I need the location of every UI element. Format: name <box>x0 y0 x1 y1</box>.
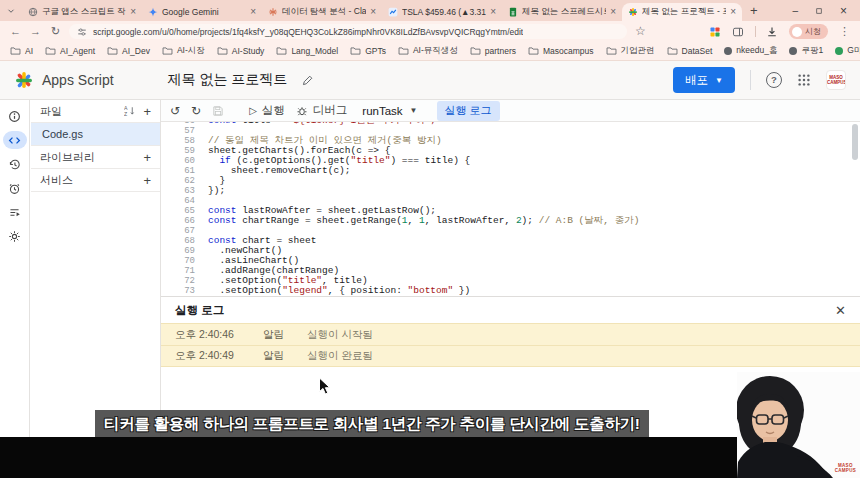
help-icon[interactable]: ? <box>766 72 782 88</box>
settings-icon[interactable] <box>3 227 27 245</box>
bookmark-item[interactable]: Masocampus <box>528 46 594 56</box>
triggers-icon[interactable] <box>3 179 27 197</box>
code-line: 62 } <box>161 176 860 186</box>
bookmark-item[interactable]: partners <box>470 46 516 56</box>
executions-icon[interactable] <box>3 203 27 221</box>
deploy-button[interactable]: 배포 ▼ <box>673 67 735 93</box>
function-name: runTask <box>362 105 402 117</box>
log-time: 오후 2:40:49 <box>175 349 263 363</box>
download-icon[interactable] <box>766 26 779 38</box>
sort-az-icon[interactable]: AZ <box>124 105 136 117</box>
browser-tab[interactable]: 구글 앱스 스크립트 작성× <box>22 3 142 21</box>
folder-icon <box>398 46 409 56</box>
tab-label: 제목 없는 스프레드시트 <box>522 6 606 18</box>
line-number: 59 <box>161 146 208 156</box>
bookmark-item[interactable]: AI-Study <box>217 46 265 56</box>
bookmark-item[interactable]: Lang_Model <box>276 46 338 56</box>
code-line: 73 .setOption("legend", { position: "bot… <box>161 286 860 296</box>
browser-tab[interactable]: 데이터 탐색 분석 - Claud× <box>262 3 382 21</box>
header-actions: 배포 ▼ ? MASO CAMPUS <box>673 67 846 93</box>
project-history-icon[interactable] <box>3 155 27 173</box>
bookmark-item[interactable]: AI <box>10 46 33 56</box>
folder-icon <box>10 46 21 56</box>
folder-icon <box>528 46 539 56</box>
tab-close-icon[interactable]: × <box>610 7 616 17</box>
url-text: script.google.com/u/0/home/projects/1fq4… <box>93 27 523 37</box>
add-service-button[interactable]: + <box>143 174 151 187</box>
maso-campus-watermark: MASO CAMPUS <box>835 463 856 473</box>
close-icon[interactable]: × <box>840 6 847 16</box>
edit-title-icon[interactable] <box>301 74 314 87</box>
line-number: 61 <box>161 166 208 176</box>
bookmark-item[interactable]: G마켓 <box>835 45 860 57</box>
bookmark-item[interactable]: AI_Agent <box>45 46 95 56</box>
close-log-icon[interactable]: ✕ <box>835 304 846 317</box>
tab-close-icon[interactable]: × <box>490 7 496 17</box>
bookmark-item[interactable]: 쿠팡1 <box>789 45 823 57</box>
side-panel-icon[interactable] <box>732 26 745 38</box>
tab-close-icon[interactable]: × <box>130 7 136 17</box>
code-editor[interactable]: 56const title = `${ticker} 1년간 주가 추이`;57… <box>161 122 860 296</box>
folder-icon <box>470 46 481 56</box>
deploy-label: 배포 <box>685 73 708 88</box>
browser-tab[interactable]: 제목 없는 프로젝트 - 프로× <box>622 3 742 21</box>
browser-navbar: ← → ↻ script.google.com/u/0/home/project… <box>0 21 860 42</box>
browser-tab[interactable]: 제목 없는 스프레드시트× <box>502 3 622 21</box>
services-section[interactable]: 서비스 + <box>31 169 160 192</box>
bookmark-item[interactable]: GPTs <box>350 46 386 56</box>
bookmark-item[interactable]: AI-뮤직생성 <box>398 45 458 57</box>
line-number: 62 <box>161 176 208 186</box>
code-line: 66const chartRange = sheet.getRange(1, 1… <box>161 216 860 226</box>
add-library-button[interactable]: + <box>143 151 151 164</box>
debug-button[interactable]: 디버그 <box>296 103 348 118</box>
tab-label: 데이터 탐색 분석 - Claud <box>282 6 366 18</box>
bookmark-item[interactable]: AI-시장 <box>162 45 205 57</box>
line-number: 70 <box>161 256 208 266</box>
apps-grid-icon[interactable] <box>797 73 811 87</box>
bookmark-item[interactable]: nkeedu_홈 <box>724 45 777 57</box>
project-title[interactable]: 제목 없는 프로젝트 <box>168 71 288 89</box>
file-item-codegs[interactable]: Code.gs <box>31 123 160 146</box>
left-icon-rail <box>0 100 30 437</box>
back-icon[interactable]: ← <box>9 25 22 38</box>
profile-chip[interactable]: 시청 <box>789 24 828 39</box>
tab-close-icon[interactable]: × <box>250 7 256 17</box>
execution-log-toggle[interactable]: 실행 로그 <box>437 101 500 121</box>
overview-icon[interactable] <box>3 107 27 125</box>
bookmark-label: 쿠팡1 <box>801 45 823 57</box>
save-icon[interactable] <box>212 105 224 117</box>
add-file-button[interactable]: + <box>143 105 151 118</box>
bookmark-item[interactable]: 기업관련 <box>606 45 655 57</box>
browser-tab[interactable]: Google Gemini× <box>142 3 262 21</box>
address-bar[interactable]: script.google.com/u/0/home/projects/1fq4… <box>69 24 627 39</box>
kebab-menu-icon[interactable]: ⋮ <box>838 25 851 38</box>
tab-close-icon[interactable]: × <box>370 7 376 17</box>
function-selector[interactable]: runTask ▼ <box>362 105 417 117</box>
log-row: 오후 2:40:46알림실행이 시작됨 <box>161 323 860 345</box>
run-button[interactable]: ▷ 실행 <box>249 103 285 118</box>
account-avatar[interactable]: MASO CAMPUS <box>826 70 846 90</box>
minimize-icon[interactable]: – <box>792 6 798 16</box>
editor-scrollbar[interactable] <box>852 124 858 160</box>
log-title: 실행 로그 <box>175 303 224 318</box>
redo-icon[interactable]: ↻ <box>191 105 201 117</box>
editor-icon[interactable] <box>3 131 27 149</box>
extensions-icon[interactable] <box>709 26 722 38</box>
log-message: 실행이 완료됨 <box>307 349 373 363</box>
maximize-icon[interactable] <box>815 7 823 15</box>
undo-icon[interactable]: ↺ <box>170 105 180 117</box>
bookmark-item[interactable]: DataSet <box>667 46 713 56</box>
bookmark-item[interactable]: AI_Dev <box>107 46 150 56</box>
browser-tab[interactable]: TSLA $459.46 (▲3.31%)× <box>382 3 502 21</box>
site-favicon <box>789 47 797 55</box>
tab-close-icon[interactable]: × <box>730 7 736 17</box>
tab-search-icon[interactable] <box>0 2 22 20</box>
editor-toolbar: ↺ ↻ ▷ 실행 디버그 runTask ▼ 실행 로그 <box>161 100 860 122</box>
apps-script-header: Apps Script 제목 없는 프로젝트 배포 ▼ ? MASO CAMPU… <box>0 61 860 100</box>
libraries-section[interactable]: 라이브러리 + <box>31 146 160 169</box>
bookmark-star-icon[interactable]: ☆ <box>634 25 647 38</box>
forward-icon[interactable]: → <box>29 25 42 38</box>
reload-icon[interactable]: ↻ <box>49 25 62 38</box>
site-settings-icon[interactable] <box>77 27 87 37</box>
new-tab-button[interactable]: + <box>750 2 758 20</box>
